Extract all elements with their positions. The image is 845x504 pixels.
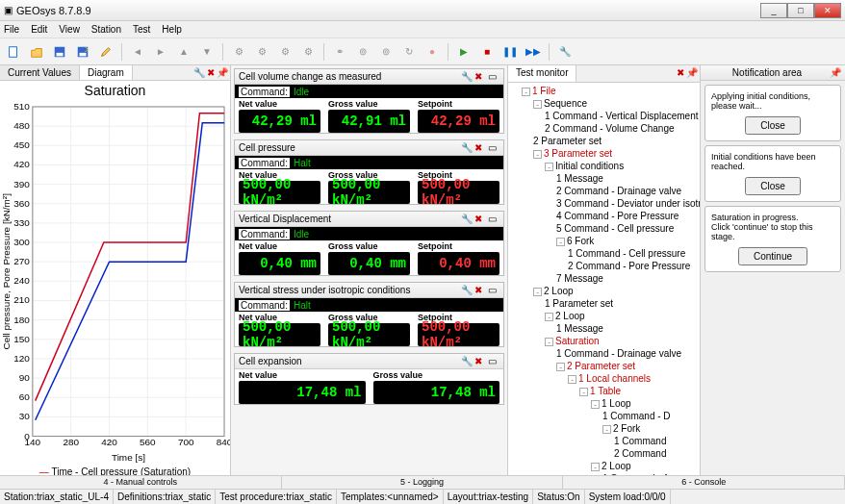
forward-icon[interactable]: ▶▶: [524, 42, 543, 62]
window-title: GEOsys 8.7.8.9: [16, 5, 760, 16]
svg-text:420: 420: [13, 159, 30, 169]
svg-text:480: 480: [13, 120, 30, 131]
arrow-right-icon[interactable]: ►: [151, 42, 170, 62]
panel-0: Cell volume change as measured 🔧 ✖ ▭ Com…: [234, 68, 504, 134]
menu-file[interactable]: File: [4, 24, 19, 35]
panel-delete-icon[interactable]: ✖: [474, 285, 486, 296]
svg-text:180: 180: [13, 315, 30, 325]
tab-current-values[interactable]: Current Values: [0, 65, 80, 80]
refresh-icon[interactable]: ↻: [399, 42, 419, 62]
chart-legend: — Time - Cell pressure (Saturation) — Ti…: [0, 466, 230, 475]
edit-icon[interactable]: [96, 42, 115, 62]
svg-rect-2: [57, 52, 64, 56]
panel-delete-icon[interactable]: ✖: [474, 356, 486, 367]
target-icon[interactable]: ⊚: [353, 42, 372, 62]
pause-icon[interactable]: ❚❚: [500, 42, 520, 62]
panel-expand-icon[interactable]: ▭: [488, 285, 499, 296]
notif-pin-icon[interactable]: 📌: [830, 67, 841, 78]
gear-icon[interactable]: ⚙: [229, 42, 248, 62]
svg-text:450: 450: [13, 139, 30, 150]
arrow-down-icon[interactable]: ▼: [197, 42, 217, 62]
save-icon[interactable]: [50, 42, 69, 62]
gross-value: 17,48 ml: [373, 381, 500, 404]
chart-settings-icon[interactable]: 🔧: [193, 67, 205, 78]
gross-value: 500,00 kN/m²: [328, 181, 410, 204]
panel-delete-icon[interactable]: ✖: [474, 142, 486, 154]
svg-text:300: 300: [13, 237, 30, 247]
panel-expand-icon[interactable]: ▭: [488, 356, 499, 367]
notification-button[interactable]: Close: [745, 177, 801, 195]
tab-test-monitor[interactable]: Test monitor: [508, 65, 576, 82]
menu-view[interactable]: View: [59, 24, 80, 35]
test-tree[interactable]: -1 File -Sequence 1 Command - Vertical D…: [508, 83, 700, 475]
record-icon[interactable]: ●: [422, 42, 442, 62]
gross-value: 0,40 mm: [328, 252, 410, 275]
panel-delete-icon[interactable]: ✖: [474, 214, 486, 225]
svg-text:390: 390: [13, 179, 30, 189]
status-templates: Templates:<unnamed>: [337, 490, 444, 504]
gears-icon[interactable]: ⚙: [275, 42, 294, 62]
maximize-button[interactable]: □: [787, 3, 814, 18]
notification-message: Saturation in progress.Click 'continue' …: [711, 213, 834, 241]
command-value: Idle: [294, 229, 309, 239]
panel-expand-icon[interactable]: ▭: [488, 142, 499, 154]
wrench-icon[interactable]: 🔧: [555, 42, 575, 62]
left-pane: Current Values Diagram 🔧 ✖ 📌 Saturation …: [0, 65, 231, 475]
open-icon[interactable]: [27, 42, 46, 62]
notification-1: Initial conditions have been reached. Cl…: [704, 145, 841, 202]
menu-help[interactable]: Help: [162, 24, 182, 35]
new-icon[interactable]: [4, 42, 23, 62]
panel-wrench-icon[interactable]: 🔧: [461, 285, 473, 296]
panel-wrench-icon[interactable]: 🔧: [461, 142, 473, 154]
menu-bar: File Edit View Station Test Help: [0, 21, 845, 38]
tree-delete-icon[interactable]: ✖: [677, 67, 684, 80]
play-icon[interactable]: ▶: [454, 42, 474, 62]
close-button[interactable]: ✕: [814, 3, 841, 18]
svg-text:360: 360: [13, 198, 30, 209]
bottom-tabs: 4 - Manual controls 5 - Logging 6 - Cons…: [0, 475, 845, 489]
gears2-icon[interactable]: ⚙: [298, 42, 318, 62]
status-station: Station:triax_static_UL-4: [0, 490, 114, 504]
tab-logging[interactable]: 5 - Logging: [282, 476, 564, 489]
svg-text:420: 420: [101, 437, 117, 447]
minimize-button[interactable]: _: [760, 3, 787, 18]
notification-button[interactable]: Close: [745, 116, 801, 135]
svg-text:270: 270: [13, 256, 30, 266]
stop-icon[interactable]: ■: [477, 42, 497, 62]
status-definitions: Definitions:triax_static: [114, 490, 216, 504]
tab-manual-controls[interactable]: 4 - Manual controls: [0, 476, 282, 489]
tree-pin-icon[interactable]: 📌: [686, 67, 698, 80]
panel-wrench-icon[interactable]: 🔧: [461, 71, 473, 83]
app-icon: ▣: [4, 5, 13, 15]
chart-delete-icon[interactable]: ✖: [207, 67, 215, 78]
net-label: Net value: [239, 369, 366, 381]
setpoint-value: 42,29 ml: [418, 110, 499, 133]
gross-label: Gross value: [373, 369, 500, 381]
tree-pane: Test monitor ✖ 📌 -1 File -Sequence 1 Com…: [508, 65, 701, 475]
chart-pin-icon[interactable]: 📌: [217, 67, 228, 78]
panel-title: Cell expansion: [239, 356, 459, 366]
link-icon[interactable]: ⚭: [330, 42, 349, 62]
save-as-icon[interactable]: [73, 42, 92, 62]
net-value: 42,29 ml: [239, 110, 320, 133]
tab-console[interactable]: 6 - Console: [563, 476, 845, 489]
arrow-left-icon[interactable]: ◄: [128, 42, 147, 62]
menu-test[interactable]: Test: [133, 24, 150, 35]
panel-expand-icon[interactable]: ▭: [488, 214, 499, 225]
menu-edit[interactable]: Edit: [31, 24, 47, 35]
tab-diagram[interactable]: Diagram: [80, 65, 133, 80]
panel-wrench-icon[interactable]: 🔧: [461, 214, 473, 225]
notification-message: Initial conditions have been reached.: [711, 152, 834, 171]
panel-wrench-icon[interactable]: 🔧: [461, 356, 473, 367]
net-label: Net value: [239, 240, 320, 252]
gross-label: Gross value: [328, 98, 410, 110]
menu-station[interactable]: Station: [91, 24, 121, 35]
arrow-up-icon[interactable]: ▲: [174, 42, 193, 62]
gear2-icon[interactable]: ⚙: [252, 42, 271, 62]
target2-icon[interactable]: ⊚: [376, 42, 396, 62]
notification-button[interactable]: Continue: [738, 247, 807, 265]
panel-delete-icon[interactable]: ✖: [474, 71, 486, 83]
command-value: Idle: [294, 87, 309, 97]
panel-title: Cell pressure: [239, 142, 459, 153]
panel-expand-icon[interactable]: ▭: [488, 71, 499, 83]
